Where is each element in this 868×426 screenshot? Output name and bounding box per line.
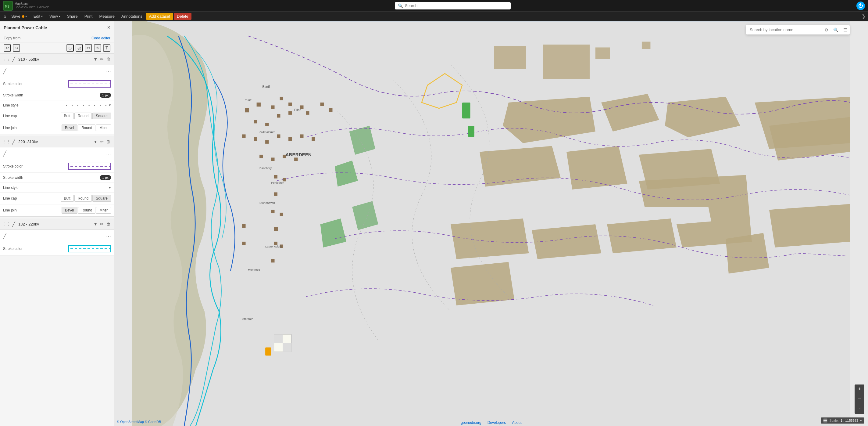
scale-icon [823, 418, 828, 423]
layer-2-more-button[interactable]: ⋯ [106, 151, 111, 157]
layer-3-more-button[interactable]: ⋯ [106, 233, 111, 239]
save-label: Save [11, 14, 21, 19]
power-button[interactable]: ⏻ [857, 2, 865, 10]
layer-2-line-style-value: - - - - - - - - [66, 186, 107, 190]
rotate-tool[interactable]: ⟲ [94, 44, 101, 52]
panel-close-button[interactable]: × [107, 24, 111, 31]
layer-2-cap-square[interactable]: Square [92, 195, 111, 202]
layer-1-cap-square[interactable]: Square [92, 113, 111, 119]
layer-2-stroke-width-row: Stroke width 1 px [0, 173, 114, 183]
logo-icon: MS [3, 1, 13, 11]
save-button[interactable]: Save ▾ [8, 13, 30, 20]
layer-3-stroke-color-preview[interactable] [68, 245, 111, 252]
layer-3-drag-handle[interactable]: ⋮⋮ [3, 222, 10, 226]
layer-1-join-bevel[interactable]: Bevel [62, 124, 78, 131]
add-dataset-button[interactable]: Add dataset [146, 13, 173, 20]
zoom-in-button[interactable]: + [855, 385, 864, 394]
layer-2-line-style-label: Line style [3, 186, 19, 190]
layer-1-line-join-row: Line join Bevel Round Miter [0, 122, 114, 134]
svg-rect-50 [312, 137, 315, 141]
location-search: ⚙ 🔍 ☰ [746, 25, 850, 34]
layer-3-filter-button[interactable]: ▼ [93, 221, 98, 227]
layer-1-edit-button[interactable]: ✏ [99, 56, 104, 62]
search-bar: 🔍 [395, 2, 511, 9]
layer-2-stroke-color-preview[interactable] [68, 163, 111, 170]
svg-rect-59 [280, 213, 283, 216]
svg-marker-20 [607, 219, 677, 253]
layer-1-stroke-width-row: Stroke width 1 px [0, 90, 114, 101]
attribution-link[interactable]: © OpenStreetMap © CartoDB [117, 420, 161, 424]
print-button[interactable]: Print [82, 13, 96, 20]
layer-1-more-button[interactable]: ⋯ [106, 69, 111, 75]
layer-1-line-style-dropdown[interactable]: ▾ [109, 103, 111, 107]
svg-text:Turiff: Turiff [245, 98, 251, 102]
cut-tool[interactable]: ✂ [85, 44, 92, 52]
layer-2-drag-handle[interactable]: ⋮⋮ [3, 139, 10, 144]
svg-rect-29 [462, 103, 470, 118]
layer-2-delete-button[interactable]: 🗑 [105, 139, 111, 145]
measure-button[interactable]: Measure [96, 13, 118, 20]
layer-2-join-round[interactable]: Round [78, 207, 95, 214]
layer-1-cap-round[interactable]: Round [74, 113, 92, 119]
svg-text:Banff: Banff [262, 85, 270, 88]
layer-2-stroke-color-label: Stroke color [3, 164, 23, 168]
svg-text:Banchory: Banchory [259, 166, 272, 170]
svg-text:MS: MS [5, 5, 9, 8]
code-editor-button[interactable]: Code editor [91, 36, 111, 40]
edit-button[interactable]: Edit ▾ [30, 13, 46, 20]
layer-1-drag-handle[interactable]: ⋮⋮ [3, 57, 10, 61]
layer-2-cap-round[interactable]: Round [74, 195, 92, 202]
layer-1-stroke-color-preview[interactable] [68, 80, 111, 88]
layer-2-join-bevel[interactable]: Bevel [62, 207, 78, 214]
edit-dropdown-arrow: ▾ [41, 15, 43, 18]
scale-dropdown-button[interactable]: ▾ [860, 419, 862, 423]
zoom-out-button[interactable]: − [855, 394, 864, 404]
redo-button[interactable]: ↪ [13, 44, 20, 52]
location-menu-button[interactable]: ☰ [841, 26, 850, 34]
map-canvas: ABERDEEN Banff Turiff Oldmaldrum Ellon B… [114, 21, 868, 426]
footer-geonode-link[interactable]: geonode.org [461, 421, 481, 425]
undo-button[interactable]: ↩ [4, 44, 11, 52]
layer-1-cap-butt[interactable]: Butt [61, 113, 74, 119]
layer-1-stroke-width-label: Stroke width [3, 93, 23, 97]
layer-2-cap-butt[interactable]: Butt [61, 195, 74, 202]
info-button[interactable]: ℹ [2, 13, 8, 20]
text-tool[interactable]: T [103, 44, 111, 52]
svg-rect-39 [288, 111, 292, 114]
location-settings-button[interactable]: ⚙ [822, 26, 831, 34]
target-tool[interactable]: ⊙ [66, 44, 74, 52]
layer-2-actions: ▼ ✏ 🗑 [93, 139, 111, 145]
pin-tool[interactable]: ◎ [75, 44, 83, 52]
svg-rect-78 [274, 335, 283, 343]
layer-1-delete-button[interactable]: 🗑 [105, 56, 111, 62]
layer-1-join-round[interactable]: Round [78, 124, 95, 131]
footer-about-link[interactable]: About [512, 421, 521, 425]
view-button[interactable]: View ▾ [46, 13, 63, 20]
view-dropdown-arrow: ▾ [59, 15, 60, 18]
layer-3-stroke-color-label: Stroke color [3, 247, 23, 251]
scale-value: 1 : 1155583 [841, 419, 858, 422]
layer-2-line-style-dropdown[interactable]: ▾ [109, 185, 111, 190]
share-button[interactable]: Share [64, 13, 81, 20]
layer-1-filter-button[interactable]: ▼ [93, 56, 98, 62]
layer-1-line-join-label: Line join [3, 126, 17, 130]
zoom-more-button[interactable]: ⋯ [855, 404, 864, 414]
layer-2-filter-button[interactable]: ▼ [93, 139, 98, 145]
layer-2-edit-button[interactable]: ✏ [99, 139, 104, 145]
search-input[interactable] [405, 3, 508, 8]
svg-rect-42 [320, 103, 324, 106]
layer-2-join-miter[interactable]: Miter [96, 207, 111, 214]
layer-3-delete-button[interactable]: 🗑 [105, 221, 111, 227]
layer-2-stroke-width-label: Stroke width [3, 175, 23, 180]
annotations-button[interactable]: Annotations [118, 13, 146, 20]
layer-3-edit-button[interactable]: ✏ [99, 221, 104, 227]
footer-developers-link[interactable]: Developers [488, 421, 506, 425]
location-search-input[interactable] [746, 25, 822, 34]
layer-1-stroke-color-row: Stroke color [0, 78, 114, 90]
delete-button[interactable]: Delete [174, 13, 191, 20]
main-content: Planned Power Cable × Copy from Code edi… [0, 21, 868, 426]
layer-1-join-miter[interactable]: Miter [96, 124, 111, 131]
location-search-button[interactable]: 🔍 [831, 26, 841, 34]
menubar-collapse-button[interactable]: ❯ [862, 13, 866, 19]
svg-marker-14 [566, 146, 627, 189]
